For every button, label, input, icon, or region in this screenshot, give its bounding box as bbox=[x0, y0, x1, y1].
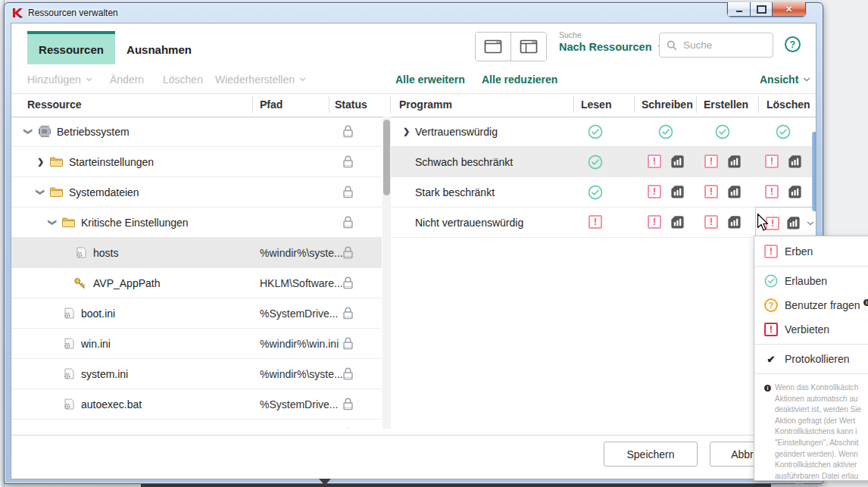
expand-all-link[interactable]: Alle erweitern bbox=[395, 73, 465, 86]
save-button[interactable]: Speichern bbox=[604, 442, 698, 467]
scrollbar-thumb[interactable] bbox=[383, 120, 390, 195]
block-icon: ! bbox=[704, 185, 718, 198]
check-icon: ✔ bbox=[767, 354, 776, 365]
search-field bbox=[659, 33, 773, 58]
close-button[interactable]: ✕ bbox=[773, 2, 806, 17]
resource-name: AVP_AppPath bbox=[93, 277, 160, 289]
expander-icon[interactable]: ❯ bbox=[23, 126, 33, 136]
tab-ausnahmen[interactable]: Ausnahmen bbox=[115, 31, 203, 64]
toolbar-edit-button[interactable]: Ändern bbox=[110, 73, 144, 86]
column-header-lesen[interactable]: Lesen bbox=[581, 93, 611, 116]
resource-name: Kritische Einstellungen bbox=[81, 217, 189, 229]
maximize-button[interactable] bbox=[751, 2, 773, 17]
menu-item-erlauben[interactable]: Erlauben bbox=[754, 269, 868, 293]
question-icon: ? bbox=[790, 39, 795, 50]
column-header-erstellen[interactable]: Erstellen bbox=[704, 93, 748, 116]
program-name: Stark beschränkt bbox=[415, 186, 495, 198]
table-row[interactable]: win.ini%windir%\win.ini bbox=[11, 329, 382, 359]
block-log-cell[interactable]: ! bbox=[765, 155, 802, 169]
column-header-loeschen[interactable]: Löschen bbox=[767, 93, 810, 116]
table-row[interactable]: autoexec.bat%SystemDrive... bbox=[11, 389, 382, 420]
menu-item-protokollieren[interactable]: ✔Protokollieren bbox=[754, 347, 868, 371]
minimize-button[interactable] bbox=[727, 2, 751, 17]
menu-item-verbieten[interactable]: !Verbieten bbox=[754, 317, 868, 342]
menu-item-erben[interactable]: !Erben bbox=[754, 239, 868, 264]
table-row[interactable] bbox=[11, 420, 382, 429]
view-menu-link[interactable]: Ansicht bbox=[760, 73, 810, 86]
column-header-pfad[interactable]: Pfad bbox=[260, 93, 283, 116]
block-log-cell[interactable]: ! bbox=[648, 185, 685, 199]
toolbar-add-button[interactable]: Hinzufügen bbox=[27, 73, 92, 86]
table-row[interactable]: AVP_AppPathHKLM\Software... bbox=[11, 268, 382, 298]
table-row[interactable]: ❯Vertrauenswürdig bbox=[391, 117, 816, 147]
program-name: Vertrauenswürdig bbox=[415, 126, 498, 138]
expander-icon[interactable]: ❯ bbox=[401, 126, 411, 136]
menu-item-benutzer-fragen[interactable]: ?Benutzer frageni bbox=[754, 293, 868, 317]
table-row[interactable]: boot.ini%SystemDrive... bbox=[11, 298, 382, 329]
titlebar[interactable]: Ressourcen verwalten ✕ bbox=[5, 3, 823, 23]
allow-cell[interactable] bbox=[776, 124, 791, 139]
expander-icon[interactable]: ❯ bbox=[36, 187, 45, 197]
resource-name: Betriebssystem bbox=[57, 126, 130, 138]
block-icon: ! bbox=[648, 215, 661, 229]
log-icon bbox=[727, 185, 742, 199]
allow-cell[interactable] bbox=[715, 124, 730, 139]
allow-cell[interactable] bbox=[658, 124, 673, 139]
column-divider bbox=[758, 96, 759, 113]
block-cell[interactable]: ! bbox=[589, 215, 602, 229]
view-split-button[interactable] bbox=[510, 33, 546, 61]
menu-divider bbox=[754, 266, 868, 267]
allow-cell[interactable] bbox=[588, 155, 603, 170]
table-row[interactable]: ❯Starteinstellungen bbox=[11, 147, 382, 177]
view-simple-button[interactable] bbox=[476, 33, 510, 61]
block-log-cell[interactable]: ! bbox=[704, 155, 742, 169]
menu-item-label: Protokollieren bbox=[785, 353, 850, 365]
table-row[interactable]: ❯Betriebssystem bbox=[11, 117, 382, 147]
expander-icon[interactable]: ❯ bbox=[48, 217, 58, 227]
right-scrollbar-thumb[interactable] bbox=[812, 132, 816, 211]
table-row[interactable]: ❯Kritische Einstellungen bbox=[11, 208, 382, 238]
expander-icon[interactable]: ❯ bbox=[36, 157, 45, 167]
table-row[interactable]: hosts%windir%\syste... bbox=[11, 238, 382, 268]
block-log-cell[interactable]: ! bbox=[648, 215, 685, 229]
dialog-window: Ressourcen verwalten ✕ Ressourcen Ausnah… bbox=[4, 2, 823, 484]
tab-ressourcen[interactable]: Ressourcen bbox=[27, 31, 115, 64]
allow-cell[interactable] bbox=[588, 124, 603, 139]
toolbar-restore-button[interactable]: Wiederherstellen bbox=[215, 73, 306, 86]
column-header-programm[interactable]: Programm bbox=[399, 93, 452, 116]
column-header-ressource[interactable]: Ressource bbox=[27, 93, 82, 116]
allow-cell[interactable] bbox=[588, 185, 603, 200]
left-scrollbar[interactable] bbox=[382, 117, 391, 429]
background-collapse-arrow bbox=[319, 479, 331, 485]
program-name: Schwach beschränkt bbox=[415, 156, 513, 168]
window-controls: ✕ bbox=[727, 2, 806, 17]
block-log-cell[interactable]: ! bbox=[704, 215, 742, 229]
help-button[interactable]: ? bbox=[785, 36, 801, 52]
table-row[interactable]: ❯Systemdateien bbox=[11, 177, 382, 208]
block-log-cell[interactable]: ! bbox=[704, 185, 742, 199]
table-row[interactable]: Nicht vertrauenswürdig!!!! bbox=[391, 208, 816, 238]
column-header-status[interactable]: Status bbox=[335, 93, 367, 116]
table-row[interactable]: Stark beschränkt!!! bbox=[391, 177, 816, 208]
lock-icon bbox=[342, 336, 354, 351]
lock-icon bbox=[342, 306, 354, 320]
collapse-all-link[interactable]: Alle reduzieren bbox=[482, 73, 557, 86]
mouse-cursor bbox=[757, 213, 770, 233]
toolbar-add-label: Hinzufügen bbox=[27, 73, 81, 86]
file-settings-icon bbox=[63, 367, 75, 380]
column-header-schreiben[interactable]: Schreiben bbox=[642, 93, 693, 116]
toolbar-restore-label: Wiederherstellen bbox=[215, 73, 295, 86]
block-icon: ! bbox=[704, 155, 718, 168]
block-log-cell[interactable]: ! bbox=[648, 155, 685, 169]
toolbar-delete-button[interactable]: Löschen bbox=[163, 73, 203, 86]
search-mode-dropdown[interactable]: Suche Nach Ressourcen bbox=[559, 30, 665, 53]
file-settings-icon bbox=[63, 307, 75, 320]
column-divider bbox=[252, 96, 253, 113]
block-log-cell[interactable]: ! bbox=[765, 185, 802, 199]
resource-name: hosts bbox=[93, 247, 118, 259]
search-input[interactable] bbox=[682, 39, 760, 52]
table-row[interactable]: system.ini%windir%\syste... bbox=[11, 359, 382, 389]
log-icon bbox=[670, 185, 685, 199]
view-menu-label: Ansicht bbox=[760, 73, 798, 86]
table-row[interactable]: Schwach beschränkt!!! bbox=[391, 147, 816, 177]
